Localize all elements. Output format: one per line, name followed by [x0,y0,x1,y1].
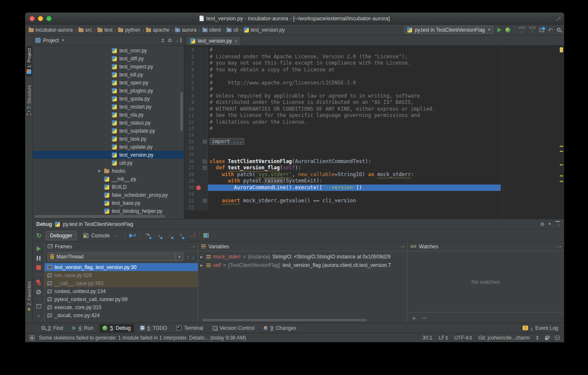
resume-button[interactable] [37,246,41,251]
variable-item[interactable]: ▶self = {TestClientVersionFlag} test_ver… [198,261,407,269]
code-text[interactable]: # Licensed under the Apache License, Ver… [208,54,564,60]
gutter-fold-strip[interactable] [202,178,208,185]
code-text[interactable]: # Unless required by applicable law or a… [208,93,564,100]
tree-item[interactable]: test_task.py [33,135,184,143]
gutter-fold-strip[interactable] [202,99,208,106]
gutter-icon-strip[interactable] [195,73,202,80]
gutter-icon-strip[interactable] [195,47,202,54]
gutter-fold-strip[interactable] [202,119,208,126]
next-frame-button[interactable]: ↓ [192,254,195,260]
stripe-item[interactable]: 1: Project [26,46,32,76]
code-line[interactable]: 7# [184,86,564,93]
gutter-icon-strip[interactable] [195,93,202,100]
recent-changes-button[interactable] [539,28,544,32]
error-stripe[interactable] [559,46,564,219]
tree-item[interactable]: test_status.py [33,119,184,127]
error-stripe-mark[interactable] [560,181,563,182]
code-text[interactable] [208,152,564,158]
gutter-icon-strip[interactable] [195,54,202,60]
toggle-stripes-icon[interactable] [30,335,35,340]
code-line[interactable]: 25 [184,152,564,158]
tool-tab-debug[interactable]: 5: Debug [99,324,134,332]
code-line[interactable]: 29 with pytest.raises(SystemExit): [184,178,564,185]
gutter-icon-strip[interactable] [195,191,202,198]
code-line[interactable]: 1# [184,47,564,54]
breakpoint-icon[interactable] [196,185,201,190]
code-line[interactable]: 14 [184,132,564,139]
run-to-cursor-icon[interactable]: →I [188,232,195,239]
code-line[interactable]: 13# [184,125,564,132]
line-separator-widget[interactable]: LF [439,335,448,341]
pin-arrow-icon[interactable]: →▪ [555,244,561,249]
remove-watch-button[interactable]: − [423,315,426,321]
gutter-fold-strip[interactable] [202,67,208,73]
gutter-fold-strip[interactable]: − [202,165,208,171]
tree-item[interactable]: test_sla.py [33,111,184,119]
thread-select[interactable]: MainThread ▼ [48,253,183,261]
fullscreen-icon[interactable] [556,16,561,21]
fold-marker-icon[interactable]: − [203,160,207,163]
close-icon[interactable]: × [235,38,237,43]
undo-button[interactable]: ↶ [548,27,553,33]
code-text[interactable]: # distributed under the License is distr… [208,99,564,106]
tree-item[interactable]: test_update.py [33,143,184,151]
gutter-icon-strip[interactable] [195,119,202,126]
gutter-icon-strip[interactable] [195,165,202,171]
code-line[interactable]: 9# distributed under the License is dist… [184,99,564,106]
tree-horizontal-scrollbar[interactable] [35,215,165,218]
code-line[interactable]: 2# Licensed under the Apache License, Ve… [184,54,564,60]
code-line[interactable]: 27− def test_version_flag(self): [184,165,564,171]
gutter-fold-strip[interactable] [202,132,208,139]
editor-body[interactable]: 1#2# Licensed under the Apache License, … [184,46,564,219]
force-step-into-icon[interactable]: ↓ [166,232,173,239]
gutter-fold-strip[interactable] [202,47,208,54]
tree-item[interactable]: test_version.py [33,151,184,159]
code-line[interactable]: 4# You may obtain a copy of the License … [184,67,564,73]
code-line[interactable]: 11# See the License for the specific lan… [184,112,564,119]
tab-debugger[interactable]: Debugger [46,231,77,240]
pin-arrow-icon[interactable]: →▪ [189,244,195,249]
gutter-fold-strip[interactable] [202,60,208,67]
error-stripe-mark[interactable] [560,164,563,166]
previous-frame-button[interactable]: ↑ [186,254,189,260]
frame-item[interactable]: __call__, case.py:393 [45,279,198,287]
tree-item[interactable]: test_supdate.py [33,127,184,135]
gutter-fold-strip[interactable] [202,191,208,198]
debug-button[interactable] [505,27,510,33]
hide-panel-icon[interactable]: ← [556,221,560,227]
code-line[interactable]: 31 [184,191,564,198]
breadcrumb-item[interactable]: apache [146,27,169,33]
gutter-fold-strip[interactable]: + [202,139,208,145]
close-window-button[interactable] [30,16,35,21]
chevron-down-icon[interactable]: ▼ [548,222,551,226]
gutter-icon-strip[interactable] [195,178,202,185]
step-over-icon[interactable]: ↷ [144,232,151,239]
code-text[interactable] [208,132,564,139]
frame-item[interactable]: test_version_flag, test_version.py:30 [45,263,198,271]
gutter-fold-strip[interactable] [202,80,208,87]
code-text[interactable]: # You may obtain a copy of the License a… [208,67,564,73]
tree-item[interactable]: test_quota.py [33,95,184,103]
status-message[interactable]: Some skeletons failed to generate: 1 mod… [39,335,246,341]
error-stripe-mark[interactable] [560,151,563,152]
tree-item[interactable]: test_restart.py [33,103,184,111]
fold-marker-icon[interactable]: − [203,166,207,170]
code-line[interactable]: 30 AuroraCommandLine().execute(['--versi… [184,185,564,191]
gutter-icon-strip[interactable] [195,185,202,191]
restore-layout-button[interactable] [36,304,41,308]
code-text[interactable]: # [208,86,564,93]
fold-marker-icon[interactable]: + [203,140,207,144]
event-log-button[interactable]: ! 1 Event Log [523,325,564,331]
tool-tab-run[interactable]: 4: Run [69,324,97,332]
code-text[interactable]: AuroraCommandLine().execute(['--version'… [208,185,564,191]
encoding-widget[interactable]: UTF-8 [454,335,472,341]
breadcrumb-item[interactable]: src [78,27,92,33]
tree-item[interactable]: __init__.py [33,175,184,183]
gutter-fold-strip[interactable] [202,86,208,93]
frame-item[interactable]: execute, core.py:315 [45,303,198,311]
minimize-window-button[interactable] [38,16,43,21]
tool-tab-changes[interactable]: 9: Changes [260,324,299,332]
code-line[interactable]: 32^ assert mock_stderr.getvalue() == cli… [184,198,564,204]
code-text[interactable]: # limitations under the License. [208,119,564,126]
code-text[interactable] [208,204,564,211]
